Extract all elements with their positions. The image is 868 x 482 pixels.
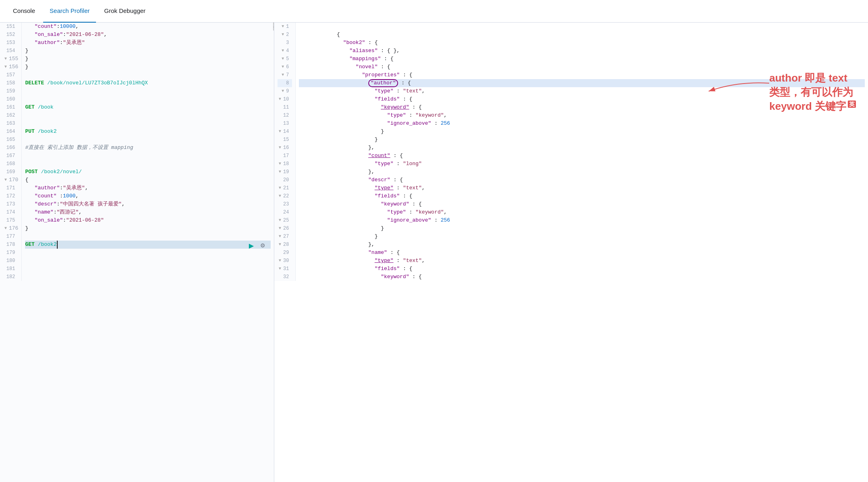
code-line-177 <box>25 233 271 241</box>
response-panel: ▼ 1 ▼ 2 3 ▼ 4 ▼ 5 <box>274 23 868 482</box>
code-line-171: "author":"吴承恩", <box>25 184 271 192</box>
code-editor-area[interactable]: 151 152 153 154 ▼ 155 ▼ 156 157 158 159 <box>0 23 274 482</box>
code-line-161: GET /book <box>25 103 271 111</box>
code-line-155: } <box>25 55 271 63</box>
fold-resp-2[interactable]: ▼ <box>280 31 285 39</box>
resp-line-27: }, <box>299 233 865 241</box>
fold-resp-25[interactable]: ▼ <box>278 216 282 224</box>
fold-resp-30[interactable]: ▼ <box>278 257 282 265</box>
code-line-152: "on_sale":"2021-06-28", <box>25 31 271 39</box>
tab-grok-debugger[interactable]: Grok Debugger <box>98 0 152 23</box>
fold-resp-19[interactable]: ▼ <box>278 168 282 176</box>
code-line-157 <box>25 71 271 79</box>
code-line-162 <box>25 111 271 119</box>
fold-resp-1[interactable]: ▼ <box>280 23 285 31</box>
code-line-167 <box>25 152 271 160</box>
fold-resp-28[interactable]: ▼ <box>278 241 282 249</box>
fold-resp-7[interactable]: ▼ <box>280 71 285 79</box>
fold-170[interactable]: ▼ <box>3 176 8 184</box>
code-line-173: "descr":"中国四大名著 孩子最爱", <box>25 200 271 208</box>
code-line-168 <box>25 160 271 168</box>
resp-line-19: "descr" : { <box>299 168 865 176</box>
code-line-175: "on_sale":"2021-06-28" <box>25 216 271 224</box>
code-line-170: { <box>25 176 271 184</box>
fold-resp-18[interactable]: ▼ <box>278 160 282 168</box>
line-numbers: 151 152 153 154 ▼ 155 ▼ 156 157 158 159 <box>0 23 22 281</box>
fold-resp-22[interactable]: ▼ <box>278 192 282 200</box>
code-line-172: "count" :1000, <box>25 192 271 200</box>
console-editor-panel: 151 152 153 154 ▼ 155 ▼ 156 157 158 159 <box>0 23 274 482</box>
code-content[interactable]: "count":10000, "on_sale":"2021-06-28", "… <box>22 23 274 281</box>
resp-line-15: }, <box>299 136 865 144</box>
fold-resp-4[interactable]: ▼ <box>280 47 285 55</box>
fold-resp-14[interactable]: ▼ <box>278 128 282 136</box>
code-line-159 <box>25 87 271 95</box>
fold-156[interactable]: ▼ <box>3 63 8 71</box>
response-content: ▼ 1 ▼ 2 3 ▼ 4 ▼ 5 <box>274 23 868 281</box>
main-container: 151 152 153 154 ▼ 155 ▼ 156 157 158 159 <box>0 23 868 482</box>
fold-176[interactable]: ▼ <box>3 224 8 233</box>
code-line-169: POST /book2/novel/ <box>25 168 271 176</box>
code-line-179 <box>25 249 271 257</box>
code-line-163 <box>25 119 271 128</box>
fold-resp-16[interactable]: ▼ <box>278 144 282 152</box>
fold-resp-6[interactable]: ▼ <box>280 63 285 71</box>
resp-line-16: "count" : { <box>299 144 865 152</box>
fold-resp-27[interactable]: ▼ <box>278 233 282 241</box>
code-line-181 <box>25 265 271 273</box>
code-line-165 <box>25 136 271 144</box>
code-editor: 151 152 153 154 ▼ 155 ▼ 156 157 158 159 <box>0 23 274 281</box>
code-line-182 <box>25 273 271 281</box>
top-navigation: Console Search Profiler Grok Debugger <box>0 0 868 23</box>
response-lines: { "book2" : { "aliases" : { }, "mappings… <box>296 23 868 281</box>
fold-resp-31[interactable]: ▼ <box>278 265 282 273</box>
tab-console[interactable]: Console <box>6 0 42 23</box>
code-line-174: "name":"西游记", <box>25 208 271 216</box>
tab-search-profiler[interactable]: Search Profiler <box>43 0 96 23</box>
code-line-154: } <box>25 47 271 55</box>
code-line-166: #直接在 索引上添加 数据，不设置 mapping <box>25 144 271 152</box>
resp-line-1: { <box>299 23 865 31</box>
resp-line-2: "book2" : { <box>299 31 865 39</box>
fold-resp-5[interactable]: ▼ <box>280 55 285 63</box>
code-line-180 <box>25 257 271 265</box>
run-button[interactable]: ▶ <box>246 241 256 250</box>
fold-resp-26[interactable]: ▼ <box>278 224 282 233</box>
response-area[interactable]: ▼ 1 ▼ 2 3 ▼ 4 ▼ 5 <box>274 23 868 482</box>
fold-155[interactable]: ▼ <box>3 55 8 63</box>
code-line-151: "count":10000, <box>25 23 271 31</box>
active-line-num: 178 <box>3 241 18 249</box>
code-line-164: PUT /book2 <box>25 128 271 136</box>
code-line-178[interactable]: GET /book2 ▶ ⚙ <box>25 241 271 249</box>
code-line-153: "author":"吴承恩" <box>25 39 271 47</box>
code-line-156: } <box>25 63 271 71</box>
fold-resp-9[interactable]: ▼ <box>280 87 285 95</box>
settings-button[interactable]: ⚙ <box>258 241 267 250</box>
fold-resp-10[interactable]: ▼ <box>278 95 282 103</box>
resp-line-3: "aliases" : { }, <box>299 39 865 47</box>
resp-line-28: "name" : { <box>299 241 865 249</box>
code-line-158: DELETE /book/novel/LU7ZT3oB7oIJcj0lHhQX <box>25 79 271 87</box>
fold-resp-21[interactable]: ▼ <box>278 184 282 192</box>
code-line-160 <box>25 95 271 103</box>
response-line-numbers: ▼ 1 ▼ 2 3 ▼ 4 ▼ 5 <box>274 23 296 281</box>
code-line-176: } <box>25 224 271 233</box>
